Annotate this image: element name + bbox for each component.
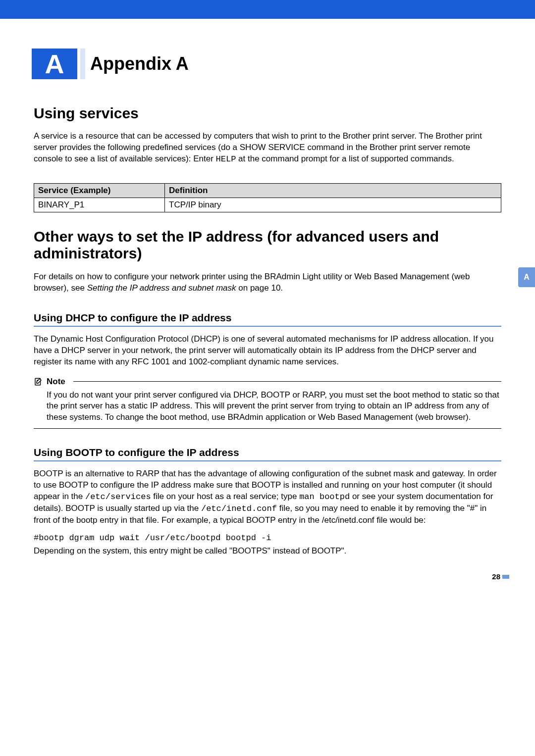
inline-code-man-bootpd: man bootpd bbox=[299, 492, 350, 502]
table-row: BINARY_P1 TCP/IP binary bbox=[34, 198, 501, 212]
subheading-bootp: Using BOOTP to configure the IP address bbox=[34, 447, 501, 461]
page-number-tick bbox=[502, 575, 509, 579]
italic-reference: Setting the IP address and subnet mask bbox=[87, 283, 236, 293]
note-body: If you do not want your print server con… bbox=[34, 387, 501, 429]
table-header-service: Service (Example) bbox=[34, 183, 165, 198]
chapter-letter-box: A bbox=[32, 49, 77, 79]
note-label: Note bbox=[47, 377, 65, 387]
page-content: A Appendix A Using services A service is… bbox=[0, 19, 535, 594]
table-cell-service: BINARY_P1 bbox=[34, 198, 165, 212]
page-number: 28 bbox=[492, 572, 500, 581]
dhcp-paragraph: The Dynamic Host Configuration Protocol … bbox=[34, 334, 501, 368]
side-tab-appendix[interactable]: A bbox=[518, 267, 535, 287]
subheading-dhcp: Using DHCP to configure the IP address bbox=[34, 312, 501, 327]
top-banner bbox=[0, 0, 535, 19]
section-heading-other-ways: Other ways to set the IP address (for ad… bbox=[34, 228, 501, 262]
table-header-row: Service (Example) Definition bbox=[34, 183, 501, 198]
table-header-definition: Definition bbox=[165, 183, 501, 198]
inline-code-inetd-conf: /etc/inetd.conf bbox=[201, 504, 277, 513]
inline-code-etc-services: /etc/services bbox=[85, 492, 151, 502]
text-fragment: file on your host as a real service; typ… bbox=[151, 492, 300, 501]
text-fragment: at the command prompt for a list of supp… bbox=[236, 154, 454, 163]
note-bottom-rule bbox=[34, 428, 501, 429]
chapter-title: Appendix A bbox=[85, 49, 189, 79]
chapter-accent-bar bbox=[80, 49, 85, 79]
bootp-paragraph-1: BOOTP is an alternative to RARP that has… bbox=[34, 468, 501, 526]
inline-code-help: HELP bbox=[216, 154, 236, 164]
notepad-icon bbox=[34, 377, 43, 386]
note-block: Note If you do not want your print serve… bbox=[34, 377, 501, 429]
text-fragment: on page 10. bbox=[236, 283, 283, 293]
table-cell-definition: TCP/IP binary bbox=[165, 198, 501, 212]
using-services-paragraph: A service is a resource that can be acce… bbox=[34, 131, 501, 165]
other-ways-paragraph: For details on how to configure your net… bbox=[34, 271, 501, 294]
bootp-code-line: #bootp dgram udp wait /usr/etc/bootpd bo… bbox=[34, 533, 501, 543]
note-top-rule bbox=[73, 381, 501, 382]
bootp-paragraph-2: Depending on the system, this entry migh… bbox=[34, 546, 501, 557]
section-heading-using-services: Using services bbox=[34, 105, 501, 122]
services-table: Service (Example) Definition BINARY_P1 T… bbox=[34, 183, 501, 212]
chapter-header: A Appendix A bbox=[32, 49, 501, 79]
